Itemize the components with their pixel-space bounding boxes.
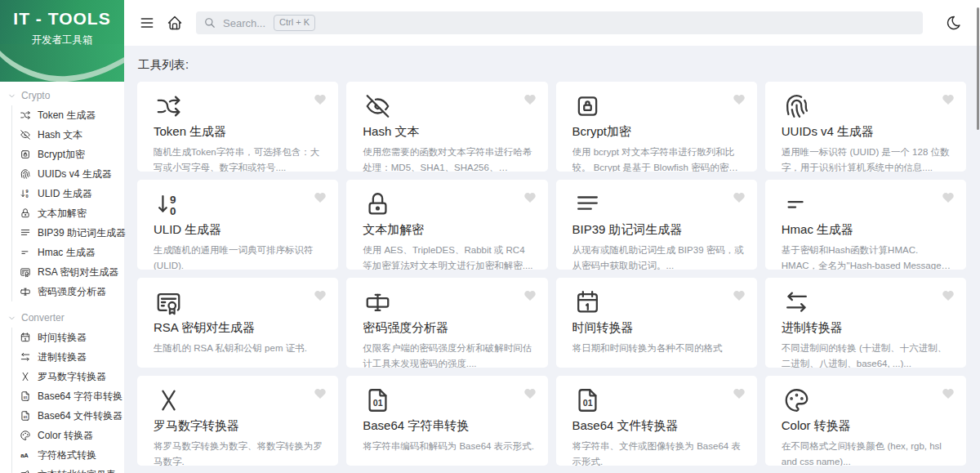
align-justified-icon [20, 227, 31, 239]
sidebar-item[interactable]: 01Base64 文件转换器 [20, 406, 124, 426]
favorite-button[interactable] [313, 386, 327, 401]
tool-card[interactable]: Token 生成器随机生成Token字符串，可选择包含：大写或小写字母、数字和或… [137, 82, 338, 172]
sidebar-section: Converter时间转换器进制转换器罗马数字转换器01Base64 字符串转换… [0, 308, 124, 473]
sidebar-item[interactable]: 时间转换器 [20, 328, 124, 347]
tool-card[interactable]: Hmac 生成器基于密钥和Hash函数计算HMAC. HMAC，全名为"Hash… [765, 180, 966, 270]
sidebar-item[interactable]: 文本转北约字母表 [20, 465, 124, 473]
tool-card-title: Hash 文本 [363, 124, 536, 140]
home-button[interactable] [167, 15, 183, 31]
shuffle-icon [154, 92, 184, 120]
letter-case-icon: aA [20, 449, 31, 461]
tool-card-description: 生成随机的通用唯一词典可排序标识符 (ULID). [154, 243, 327, 270]
menu-toggle-button[interactable] [139, 15, 155, 31]
favorite-button[interactable] [523, 92, 537, 107]
tool-card-title: 时间转换器 [572, 320, 746, 336]
tool-card-title: 罗马数字转换器 [154, 418, 327, 434]
scrollbar-thumb[interactable] [977, 7, 979, 130]
tool-card[interactable]: 密码强度分析器仅限客户端的密码强度分析和破解时间估计工具来发现密码的强度.... [346, 278, 547, 368]
favorite-button[interactable] [732, 92, 746, 107]
tool-card[interactable]: 罗马数字转换器将罗马数字转换为数字、将数字转换为罗马数字. [137, 376, 338, 466]
favorite-button[interactable] [313, 92, 327, 107]
favorite-button[interactable] [941, 92, 956, 107]
sidebar-item[interactable]: 01Base64 字符串转换 [20, 386, 124, 406]
heart-icon [941, 386, 956, 401]
file-digit-icon: 01 [20, 390, 31, 402]
favorite-button[interactable] [732, 190, 746, 205]
tool-card[interactable]: UUIDs v4 生成器通用唯一标识符 (UUID) 是一个 128 位数字，用… [765, 82, 966, 172]
tool-card-description: 使用您需要的函数对文本字符串进行哈希处理：MD5、SHA1、SHA256、SHA… [363, 145, 536, 172]
favorite-button[interactable] [523, 386, 537, 401]
shuffle-icon [20, 109, 31, 121]
heart-icon [523, 386, 537, 401]
heart-icon [732, 386, 746, 401]
lock-icon [363, 190, 393, 218]
favorite-button[interactable] [941, 288, 956, 303]
search-input[interactable]: Search... Ctrl + K [196, 11, 923, 34]
favorite-button[interactable] [523, 190, 537, 205]
favorite-button[interactable] [313, 288, 327, 303]
sidebar-item-label: ULID 生成器 [38, 187, 92, 201]
tool-card-title: Base64 文件转换器 [572, 418, 746, 434]
heart-icon [732, 190, 746, 205]
tool-card-title: ULID 生成器 [154, 222, 327, 238]
certificate-icon [154, 288, 184, 316]
sidebar-item-label: RSA 密钥对生成器 [38, 266, 118, 279]
tool-card[interactable]: Bcrypt加密使用 bcrypt 对文本字符串进行散列和比较。 Bcrypt … [556, 82, 757, 172]
sidebar-item[interactable]: aA字符格式转换 [20, 445, 124, 465]
sidebar-item[interactable]: BIP39 助记词生成器 [20, 223, 124, 243]
sidebar-item[interactable]: Hmac 生成器 [20, 243, 124, 262]
tool-card-description: 从现有或随机助记词生成 BIP39 密码，或从密码中获取助记词。... [572, 243, 746, 270]
tool-card[interactable]: 文本加解密使用 AES、TripleDES、Rabbit 或 RC4 等加密算法… [346, 180, 547, 270]
sidebar-item-label: Hash 文本 [38, 128, 82, 142]
hero-wave-decoration [0, 44, 124, 82]
sidebar-section-header[interactable]: Crypto [0, 86, 124, 105]
sidebar-item[interactable]: Token 生成器 [20, 105, 124, 125]
sidebar-nav: CryptoToken 生成器Hash 文本Bcrypt加密UUIDs v4 生… [0, 82, 124, 473]
sidebar-item[interactable]: 密码强度分析器 [20, 282, 124, 301]
svg-text:0: 0 [170, 205, 176, 217]
short-lines-icon [782, 190, 812, 218]
dark-mode-toggle-button[interactable] [946, 15, 962, 31]
app-root: { "sidebar": { "title": "IT - TOOLS", "s… [0, 0, 980, 473]
main-area: Search... Ctrl + K 工具列表: Token 生成器随机生成To… [124, 0, 980, 473]
search-placeholder: Search... [223, 17, 265, 29]
tool-card[interactable]: Hash 文本使用您需要的函数对文本字符串进行哈希处理：MD5、SHA1、SHA… [346, 82, 547, 172]
tool-card[interactable]: 时间转换器将日期和时间转换为各种不同的格式 [556, 278, 757, 368]
heart-icon [732, 92, 746, 107]
sidebar-hero: IT - TOOLS 开发者工具箱 [0, 0, 124, 82]
favorite-button[interactable] [732, 386, 746, 401]
sidebar-item-label: Color 转换器 [38, 429, 93, 443]
favorite-button[interactable] [941, 386, 956, 401]
tool-card-title: 进制转换器 [782, 320, 955, 336]
sidebar-item[interactable]: 进制转换器 [20, 347, 124, 367]
sidebar-item[interactable]: 罗马数字转换器 [20, 367, 124, 386]
sidebar-item[interactable]: 文本加解密 [20, 203, 124, 223]
sidebar-item[interactable]: Bcrypt加密 [20, 145, 124, 164]
favorite-button[interactable] [732, 288, 746, 303]
tool-card-title: Base64 字符串转换 [363, 418, 536, 434]
file-digit-icon: 01 [363, 386, 393, 414]
tool-card[interactable]: RSA 密钥对生成器生随机的 RSA 私钥和公钥 pem 证书. [137, 278, 338, 368]
fingerprint-icon [20, 168, 31, 180]
search-icon [204, 17, 216, 29]
tool-card[interactable]: 01Base64 字符串转换将字符串编码和解码为 Base64 表示形式. [346, 376, 547, 466]
favorite-button[interactable] [523, 288, 537, 303]
tool-card[interactable]: Color 转换器在不同格式之间转换颜色 (hex, rgb, hsl and … [765, 376, 966, 466]
home-icon [167, 15, 183, 31]
favorite-button[interactable] [313, 190, 327, 205]
favorite-button[interactable] [941, 190, 956, 205]
sidebar-item[interactable]: 90ULID 生成器 [20, 184, 124, 203]
sidebar-section-header[interactable]: Converter [0, 308, 124, 328]
heart-icon [941, 190, 956, 205]
sidebar-item[interactable]: Color 转换器 [20, 426, 124, 445]
tool-card[interactable]: BIP39 助记词生成器从现有或随机助记词生成 BIP39 密码，或从密码中获取… [556, 180, 757, 270]
sidebar-item-label: Token 生成器 [38, 109, 96, 123]
sidebar-item[interactable]: Hash 文本 [20, 125, 124, 145]
eye-off-icon [363, 92, 393, 120]
tool-card[interactable]: 01Base64 文件转换器将字符串、文件或图像转换为 Base64 表示形式. [556, 376, 757, 466]
tool-card[interactable]: 进制转换器不同进制间的转换 (十进制、十六进制、二进制、八进制、base64, … [765, 278, 966, 368]
sidebar-item[interactable]: RSA 密钥对生成器 [20, 262, 124, 282]
tool-card[interactable]: 90ULID 生成器生成随机的通用唯一词典可排序标识符 (ULID). [137, 180, 338, 270]
chevron-down-icon [7, 314, 16, 323]
sidebar-item[interactable]: UUIDs v4 生成器 [20, 164, 124, 184]
